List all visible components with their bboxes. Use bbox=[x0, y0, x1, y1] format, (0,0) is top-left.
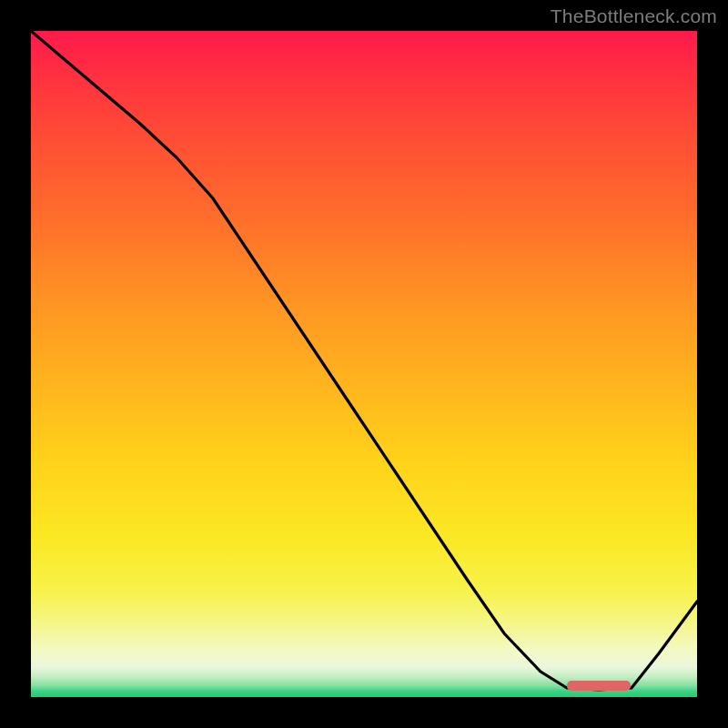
chart-frame: TheBottleneck.com bbox=[0, 0, 728, 728]
plot-area bbox=[31, 31, 697, 697]
svg-rect-0 bbox=[567, 681, 631, 691]
bottleneck-curve bbox=[31, 31, 697, 697]
watermark-text: TheBottleneck.com bbox=[551, 5, 717, 27]
optimum-marker bbox=[567, 681, 631, 691]
